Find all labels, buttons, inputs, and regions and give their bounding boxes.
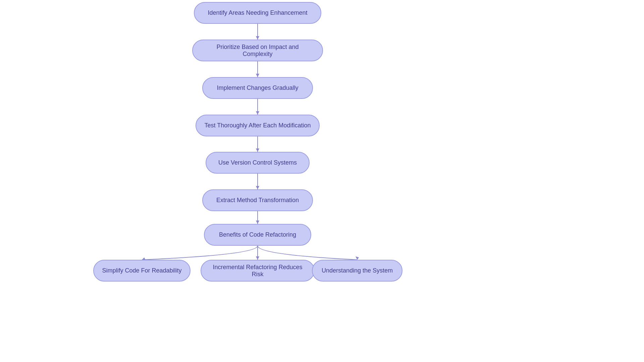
svg-marker-11	[256, 221, 259, 224]
node-extract-label: Extract Method Transformation	[216, 197, 299, 204]
node-version-label: Use Version Control Systems	[218, 159, 297, 166]
node-implement: Implement Changes Gradually	[202, 77, 313, 99]
node-prioritize-label: Prioritize Based on Impact and Complexit…	[201, 44, 314, 58]
svg-marker-5	[256, 111, 259, 115]
svg-marker-9	[256, 186, 259, 189]
node-prioritize: Prioritize Based on Impact and Complexit…	[192, 40, 323, 61]
node-incremental-label: Incremental Refactoring Reduces Risk	[209, 264, 306, 278]
node-benefits: Benefits of Code Refactoring	[204, 224, 311, 246]
node-extract: Extract Method Transformation	[202, 189, 313, 211]
node-identify-label: Identify Areas Needing Enhancement	[208, 9, 307, 16]
node-implement-label: Implement Changes Gradually	[217, 84, 298, 92]
node-understanding-label: Understanding the System	[322, 267, 393, 274]
node-version: Use Version Control Systems	[206, 152, 310, 174]
svg-marker-3	[256, 74, 259, 77]
node-incremental: Incremental Refactoring Reduces Risk	[201, 260, 315, 282]
diagram-container: Identify Areas Needing Enhancement Prior…	[0, 0, 644, 362]
node-test: Test Thoroughly After Each Modification	[196, 115, 320, 136]
node-understanding: Understanding the System	[312, 260, 402, 282]
node-simplify-label: Simplify Code For Readability	[102, 267, 181, 274]
svg-marker-15	[356, 256, 359, 260]
node-test-label: Test Thoroughly After Each Modification	[205, 122, 311, 129]
svg-marker-1	[256, 36, 259, 40]
node-benefits-label: Benefits of Code Refactoring	[219, 231, 296, 238]
svg-marker-7	[256, 148, 259, 152]
node-identify: Identify Areas Needing Enhancement	[194, 2, 321, 24]
svg-marker-14	[256, 256, 259, 260]
node-simplify: Simplify Code For Readability	[93, 260, 191, 282]
